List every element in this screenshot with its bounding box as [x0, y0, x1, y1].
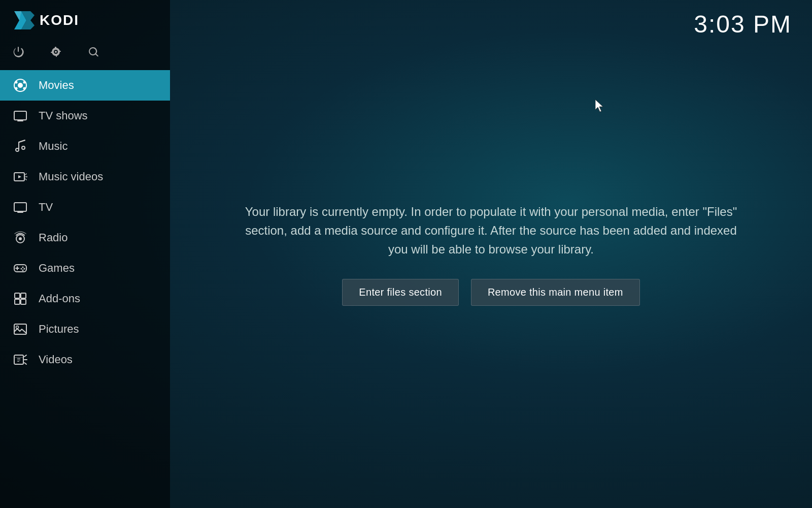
empty-library-message: Your library is currently empty. In orde…	[243, 202, 740, 259]
app-title: KODI	[40, 12, 79, 28]
svg-rect-37	[17, 360, 20, 360]
svg-point-8	[23, 87, 26, 90]
music-label: Music	[39, 140, 67, 153]
action-buttons-row: Enter files section Remove this main men…	[243, 279, 740, 306]
kodi-logo-icon	[12, 9, 35, 31]
svg-line-14	[19, 140, 25, 142]
settings-icon[interactable]	[50, 46, 62, 60]
svg-point-26	[24, 268, 25, 270]
sidebar-item-pictures[interactable]: Pictures	[0, 314, 170, 344]
sidebar-item-movies[interactable]: Movies	[0, 70, 170, 101]
svg-point-21	[19, 237, 22, 240]
nav-list: Movies TV shows M	[0, 70, 170, 375]
music-videos-icon	[12, 169, 28, 185]
svg-line-41	[24, 363, 26, 364]
search-icon[interactable]	[87, 46, 99, 60]
svg-rect-38	[17, 361, 19, 362]
sidebar: KODI	[0, 0, 170, 508]
tv-shows-icon	[12, 108, 28, 124]
svg-marker-16	[18, 175, 21, 178]
svg-point-25	[22, 267, 24, 268]
games-icon	[12, 260, 28, 276]
pictures-label: Pictures	[39, 323, 79, 336]
pictures-icon	[12, 321, 28, 337]
svg-point-5	[15, 81, 18, 84]
sidebar-item-games[interactable]: Games	[0, 253, 170, 283]
svg-rect-9	[14, 111, 26, 120]
svg-rect-39	[14, 357, 23, 358]
message-area: Your library is currently empty. In orde…	[243, 202, 740, 306]
svg-rect-31	[15, 299, 20, 304]
svg-point-13	[22, 146, 25, 149]
sidebar-item-tv-shows[interactable]: TV shows	[0, 101, 170, 131]
sidebar-item-music-videos[interactable]: Music videos	[0, 162, 170, 192]
music-videos-label: Music videos	[39, 170, 103, 183]
svg-point-27	[21, 268, 22, 270]
sidebar-item-radio[interactable]: Radio	[0, 223, 170, 253]
tv-label: TV	[39, 201, 53, 214]
tv-shows-label: TV shows	[39, 109, 88, 122]
top-icons-row	[0, 41, 170, 70]
sidebar-item-tv[interactable]: TV	[0, 192, 170, 223]
logo-area: KODI	[0, 0, 170, 41]
main-content: 3:03 PM Your library is currently empty.…	[170, 0, 812, 508]
videos-icon	[12, 352, 28, 368]
music-icon	[12, 138, 28, 154]
radio-label: Radio	[39, 231, 67, 244]
svg-point-12	[16, 148, 19, 151]
svg-rect-17	[14, 203, 26, 211]
svg-rect-32	[21, 299, 26, 304]
svg-point-4	[18, 83, 23, 88]
enter-files-button[interactable]: Enter files section	[342, 279, 459, 306]
svg-line-40	[24, 355, 26, 357]
svg-point-34	[16, 326, 19, 329]
power-icon[interactable]	[12, 46, 24, 60]
time-display: 3:03 PM	[694, 10, 792, 38]
svg-point-7	[15, 87, 18, 90]
sidebar-item-videos[interactable]: Videos	[0, 344, 170, 375]
svg-rect-29	[15, 293, 20, 298]
movies-icon	[12, 77, 28, 93]
remove-menu-item-button[interactable]: Remove this main menu item	[471, 279, 640, 306]
movies-label: Movies	[39, 79, 74, 92]
svg-rect-30	[21, 293, 26, 298]
sidebar-item-music[interactable]: Music	[0, 131, 170, 162]
sidebar-item-add-ons[interactable]: Add-ons	[0, 283, 170, 314]
tv-icon	[12, 199, 28, 215]
videos-label: Videos	[39, 353, 73, 366]
svg-point-28	[22, 270, 24, 271]
add-ons-icon	[12, 291, 28, 307]
add-ons-label: Add-ons	[39, 292, 80, 305]
games-label: Games	[39, 262, 75, 275]
radio-icon	[12, 230, 28, 246]
svg-point-6	[23, 81, 26, 84]
svg-rect-36	[17, 358, 20, 359]
